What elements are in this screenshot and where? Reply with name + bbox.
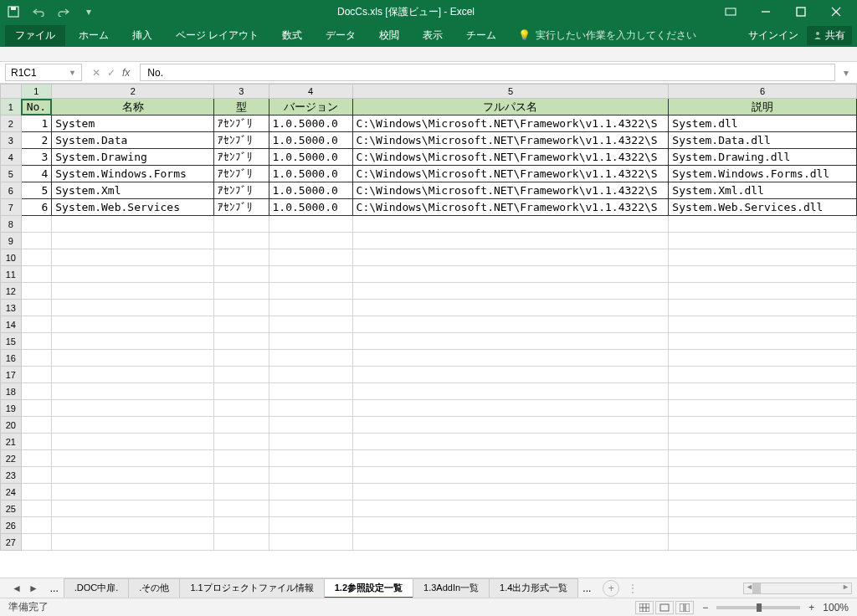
empty-cell[interactable]	[352, 266, 669, 283]
empty-cell[interactable]	[352, 233, 669, 249]
empty-cell[interactable]	[52, 467, 214, 484]
empty-cell[interactable]	[21, 383, 52, 400]
empty-cell[interactable]	[669, 434, 857, 450]
data-cell[interactable]: C:\Windows\Microsoft.NET\Framework\v1.1.…	[352, 149, 669, 166]
empty-cell[interactable]	[352, 400, 669, 417]
fx-icon[interactable]: fx	[122, 67, 130, 79]
empty-cell[interactable]	[214, 367, 269, 383]
zoom-in-button[interactable]: +	[808, 602, 814, 613]
empty-cell[interactable]	[214, 434, 269, 450]
tab-home[interactable]: ホーム	[69, 25, 119, 46]
empty-cell[interactable]	[52, 233, 214, 249]
empty-cell[interactable]	[669, 501, 857, 517]
empty-cell[interactable]	[21, 467, 52, 484]
empty-cell[interactable]	[21, 350, 52, 367]
row-header[interactable]: 24	[1, 484, 22, 501]
row-header[interactable]: 21	[1, 434, 22, 450]
data-cell[interactable]: C:\Windows\Microsoft.NET\Framework\v1.1.…	[352, 116, 669, 132]
empty-cell[interactable]	[352, 434, 669, 450]
row-header[interactable]: 26	[1, 517, 22, 534]
row-header[interactable]: 27	[1, 534, 22, 551]
row-header[interactable]: 6	[1, 182, 22, 199]
sheet-ellipsis-right[interactable]: ...	[577, 583, 596, 594]
row-header[interactable]: 22	[1, 450, 22, 467]
column-header[interactable]: 6	[669, 85, 857, 99]
tell-me-search[interactable]: 💡 実行したい作業を入力してください	[518, 28, 696, 43]
empty-cell[interactable]	[269, 450, 352, 467]
empty-cell[interactable]	[352, 283, 669, 300]
empty-cell[interactable]	[669, 316, 857, 333]
empty-cell[interactable]	[214, 316, 269, 333]
data-cell[interactable]: ｱｾﾝﾌﾞﾘ	[214, 199, 269, 216]
empty-cell[interactable]	[21, 266, 52, 283]
header-cell[interactable]: フルパス名	[352, 99, 669, 116]
empty-cell[interactable]	[21, 517, 52, 534]
close-button[interactable]	[820, 2, 852, 22]
empty-cell[interactable]	[21, 417, 52, 434]
empty-cell[interactable]	[21, 484, 52, 501]
data-cell[interactable]: C:\Windows\Microsoft.NET\Framework\v1.1.…	[352, 132, 669, 149]
empty-cell[interactable]	[269, 233, 352, 249]
zoom-level[interactable]: 100%	[823, 602, 849, 613]
empty-cell[interactable]	[214, 517, 269, 534]
empty-cell[interactable]	[214, 350, 269, 367]
empty-cell[interactable]	[21, 216, 52, 233]
qat-dropdown-icon[interactable]: ▾	[80, 3, 97, 20]
column-header[interactable]: 2	[52, 85, 214, 99]
tab-insert[interactable]: 挿入	[122, 25, 162, 46]
row-header[interactable]: 20	[1, 417, 22, 434]
data-cell[interactable]: System.Web.Services.dll	[669, 199, 857, 216]
empty-cell[interactable]	[214, 534, 269, 551]
empty-cell[interactable]	[52, 300, 214, 316]
header-cell[interactable]: バージョン	[269, 99, 352, 116]
empty-cell[interactable]	[352, 383, 669, 400]
empty-cell[interactable]	[669, 249, 857, 266]
data-cell[interactable]: System.Drawing	[52, 149, 214, 166]
row-header[interactable]: 17	[1, 367, 22, 383]
empty-cell[interactable]	[352, 501, 669, 517]
empty-cell[interactable]	[52, 383, 214, 400]
view-page-layout-icon[interactable]	[655, 601, 674, 614]
empty-cell[interactable]	[669, 283, 857, 300]
data-cell[interactable]: 1.0.5000.0	[269, 149, 352, 166]
empty-cell[interactable]	[214, 400, 269, 417]
add-sheet-button[interactable]: +	[603, 580, 619, 597]
column-header[interactable]: 5	[352, 85, 669, 99]
row-header[interactable]: 16	[1, 350, 22, 367]
empty-cell[interactable]	[669, 367, 857, 383]
enter-icon[interactable]: ✓	[107, 67, 115, 79]
empty-cell[interactable]	[52, 283, 214, 300]
row-header[interactable]: 10	[1, 249, 22, 266]
empty-cell[interactable]	[269, 434, 352, 450]
row-header[interactable]: 14	[1, 316, 22, 333]
row-header[interactable]: 19	[1, 400, 22, 417]
empty-cell[interactable]	[352, 484, 669, 501]
empty-cell[interactable]	[21, 233, 52, 249]
empty-cell[interactable]	[269, 249, 352, 266]
empty-cell[interactable]	[269, 417, 352, 434]
empty-cell[interactable]	[269, 333, 352, 350]
column-header[interactable]: 4	[269, 85, 352, 99]
column-header[interactable]: 3	[214, 85, 269, 99]
empty-cell[interactable]	[21, 283, 52, 300]
empty-cell[interactable]	[669, 400, 857, 417]
data-cell[interactable]: ｱｾﾝﾌﾞﾘ	[214, 132, 269, 149]
empty-cell[interactable]	[352, 367, 669, 383]
name-box[interactable]: R1C1 ▼	[5, 64, 82, 81]
tab-review[interactable]: 校閲	[369, 25, 409, 46]
data-cell[interactable]: 1.0.5000.0	[269, 182, 352, 199]
empty-cell[interactable]	[214, 216, 269, 233]
empty-cell[interactable]	[269, 367, 352, 383]
data-cell[interactable]: C:\Windows\Microsoft.NET\Framework\v1.1.…	[352, 199, 669, 216]
row-header[interactable]: 25	[1, 501, 22, 517]
data-cell[interactable]: System.Data	[52, 132, 214, 149]
data-cell[interactable]: System	[52, 116, 214, 132]
row-header[interactable]: 5	[1, 166, 22, 182]
sheet-tab[interactable]: 1.3AddIn一覧	[413, 578, 490, 598]
empty-cell[interactable]	[669, 300, 857, 316]
empty-cell[interactable]	[669, 383, 857, 400]
empty-cell[interactable]	[352, 350, 669, 367]
empty-cell[interactable]	[352, 300, 669, 316]
empty-cell[interactable]	[352, 249, 669, 266]
empty-cell[interactable]	[52, 400, 214, 417]
